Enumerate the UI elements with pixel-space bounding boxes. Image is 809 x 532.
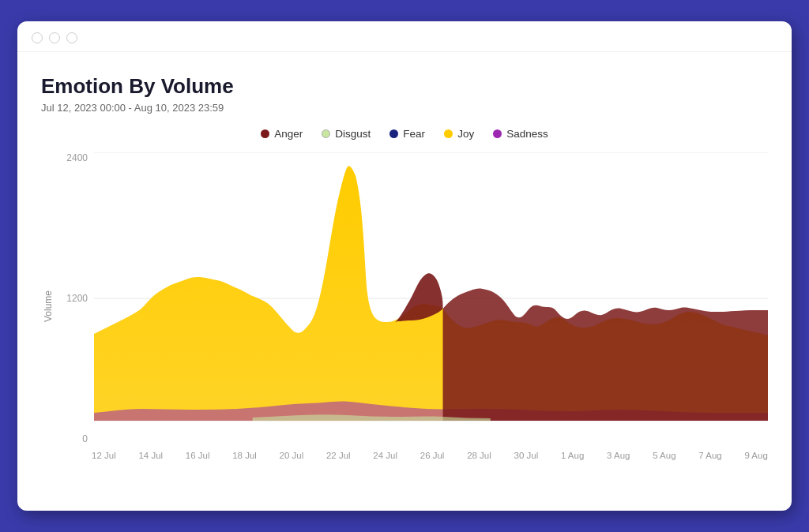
y-axis-label: Volume xyxy=(41,152,55,460)
legend-dot-disgust xyxy=(322,129,330,138)
x-label-18jul: 18 Jul xyxy=(232,451,257,460)
legend-label-anger: Anger xyxy=(274,128,303,140)
title-bar xyxy=(17,21,792,52)
x-label-30jul: 30 Jul xyxy=(514,451,539,460)
legend-item-sadness: Sadness xyxy=(493,128,548,140)
chart-inner: 2400 1200 0 xyxy=(60,152,768,460)
x-label-12jul: 12 Jul xyxy=(92,451,116,460)
x-label-5aug: 5 Aug xyxy=(653,451,675,460)
x-axis-labels: 12 Jul 14 Jul 16 Jul 18 Jul 20 Jul 22 Ju… xyxy=(92,451,768,460)
legend-dot-anger xyxy=(261,129,269,138)
x-label-20jul: 20 Jul xyxy=(280,451,304,460)
chart-area: Volume 2400 1200 0 xyxy=(41,152,768,460)
traffic-light-close[interactable] xyxy=(32,32,43,43)
app-window: Emotion By Volume Jul 12, 2023 00:00 - A… xyxy=(17,21,792,511)
chart-subtitle: Jul 12, 2023 00:00 - Aug 10, 2023 23:59 xyxy=(41,102,768,114)
chart-title: Emotion By Volume xyxy=(41,74,768,99)
anger-area xyxy=(443,289,768,421)
legend-label-disgust: Disgust xyxy=(335,128,371,140)
legend-dot-sadness xyxy=(493,129,502,138)
legend-item-anger: Anger xyxy=(261,128,303,140)
area-chart-svg xyxy=(94,152,768,444)
legend-item-fear: Fear xyxy=(389,128,425,140)
traffic-light-maximize[interactable] xyxy=(66,32,77,43)
x-label-16jul: 16 Jul xyxy=(186,451,210,460)
x-label-3aug: 3 Aug xyxy=(607,451,630,460)
y-tick-1200: 1200 xyxy=(60,293,88,304)
x-label-22jul: 22 Jul xyxy=(326,451,351,460)
x-label-9aug: 9 Aug xyxy=(744,451,767,460)
legend-label-joy: Joy xyxy=(457,128,474,140)
x-label-7aug: 7 Aug xyxy=(698,451,721,460)
x-label-24jul: 24 Jul xyxy=(373,451,397,460)
chart-container: Emotion By Volume Jul 12, 2023 00:00 - A… xyxy=(17,52,792,476)
legend-label-sadness: Sadness xyxy=(506,128,548,140)
legend-dot-fear xyxy=(389,129,398,138)
legend-dot-joy xyxy=(444,129,453,138)
x-label-28jul: 28 Jul xyxy=(467,451,491,460)
legend-label-fear: Fear xyxy=(403,128,425,140)
traffic-light-minimize[interactable] xyxy=(49,32,60,43)
x-label-26jul: 26 Jul xyxy=(420,451,445,460)
legend-item-joy: Joy xyxy=(444,128,474,140)
legend-item-disgust: Disgust xyxy=(322,128,371,140)
x-label-14jul: 14 Jul xyxy=(138,451,163,460)
chart-legend: Anger Disgust Fear Joy Sadness xyxy=(41,128,768,140)
y-tick-0: 0 xyxy=(60,433,88,444)
y-tick-2400: 2400 xyxy=(60,152,88,163)
x-label-1aug: 1 Aug xyxy=(561,451,584,460)
